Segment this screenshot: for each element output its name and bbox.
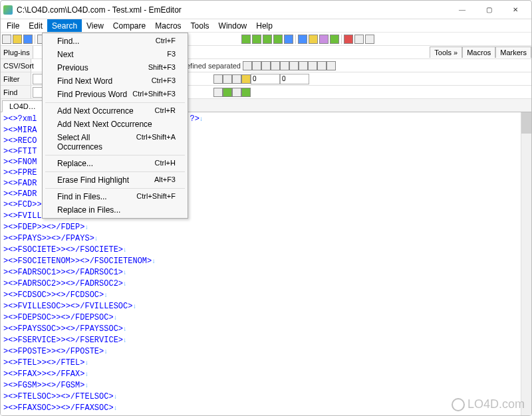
tool-icon[interactable] (354, 35, 364, 44)
tab-macros[interactable]: Macros (462, 47, 495, 58)
menu-search[interactable]: Search (47, 19, 82, 32)
tool-icon[interactable] (241, 35, 251, 44)
tab-markers[interactable]: Markers (495, 47, 531, 58)
menu-item-replace[interactable]: Replace...Ctrl+H (43, 157, 188, 170)
menu-item-label: Previous (57, 63, 88, 72)
tool-icon[interactable] (243, 61, 252, 70)
tool-icon[interactable] (309, 35, 318, 44)
filter-count-2[interactable]: 0 (280, 74, 309, 84)
menu-help[interactable]: Help (251, 19, 277, 32)
menu-compare[interactable]: Compare (108, 19, 150, 32)
window-controls: — ▢ ✕ (449, 2, 529, 18)
right-tabs: Tools » Macros Markers (430, 47, 531, 58)
tool-icon[interactable] (252, 61, 261, 70)
menu-window[interactable]: Window (214, 19, 252, 32)
filter-label: Filter (1, 72, 31, 85)
menu-item-shortcut: Alt+F3 (154, 175, 176, 185)
globe-icon (452, 398, 465, 411)
lock-icon[interactable] (241, 74, 251, 84)
menu-item-find-next-word[interactable]: Find Next WordCtrl+F3 (43, 74, 188, 88)
tool-icon[interactable] (213, 74, 223, 84)
menu-separator (45, 188, 185, 189)
menu-item-replace-in-files[interactable]: Replace in Files... (43, 203, 188, 217)
tool-icon[interactable] (365, 35, 374, 44)
menu-item-find-previous-word[interactable]: Find Previous WordCtrl+Shift+F3 (43, 88, 188, 101)
menu-item-label: Add Next Next Occurrence (57, 120, 152, 129)
app-icon (3, 5, 13, 15)
sort-az-icon[interactable] (261, 61, 271, 70)
tool-icon[interactable] (299, 61, 308, 70)
menu-item-add-next-next-occurrence[interactable]: Add Next Next Occurrence (43, 118, 188, 131)
sort-za-icon[interactable] (271, 61, 280, 70)
window-title: C:\LO4D.com\LO4D.com - Test.xml - EmEdit… (17, 5, 449, 15)
tool-icon[interactable] (317, 61, 327, 70)
menu-separator (45, 155, 185, 156)
filter-count-1[interactable]: 0 (251, 74, 280, 84)
tool-icon[interactable] (330, 35, 339, 44)
menu-item-select-all-occurrences[interactable]: Select All OccurrencesCtrl+Shift+A (43, 131, 188, 154)
minimize-button[interactable]: — (449, 2, 475, 18)
menu-item-erase-find-highlight[interactable]: Erase Find HighlightAlt+F3 (43, 173, 188, 187)
menu-macros[interactable]: Macros (150, 19, 186, 32)
sort-90-icon[interactable] (289, 61, 299, 70)
tool-icon[interactable] (284, 35, 293, 44)
new-file-icon[interactable] (2, 35, 11, 44)
menu-item-label: Find Next Word (57, 76, 112, 86)
tool-icon[interactable] (232, 88, 241, 97)
sort-09-icon[interactable] (280, 61, 289, 70)
menu-bar: File Edit Search View Compare Macros Too… (1, 19, 531, 33)
menu-item-shortcut: Ctrl+F3 (152, 76, 176, 86)
menu-item-shortcut: Ctrl+Shift+F3 (132, 90, 176, 99)
tool-icon[interactable] (308, 61, 317, 70)
menu-view[interactable]: View (82, 19, 108, 32)
save-icon[interactable] (23, 35, 33, 44)
tool-icon[interactable] (319, 35, 329, 44)
menu-item-label: Replace in Files... (57, 205, 120, 215)
tool-icon[interactable] (298, 35, 307, 44)
tool-icon[interactable] (252, 35, 261, 44)
menu-separator (45, 102, 185, 103)
menu-item-label: Find in Files... (57, 192, 107, 201)
tool-icon[interactable] (223, 88, 232, 97)
menu-tools[interactable]: Tools (186, 19, 214, 32)
maximize-button[interactable]: ▢ (475, 2, 502, 18)
menu-edit[interactable]: Edit (24, 19, 47, 32)
open-file-icon[interactable] (13, 35, 22, 44)
menu-item-previous[interactable]: PreviousShift+F3 (43, 61, 188, 74)
separator (341, 35, 342, 44)
tab-tools[interactable]: Tools » (430, 47, 462, 58)
vertical-scrollbar[interactable] (521, 112, 531, 415)
document-tab[interactable]: LO4D… (2, 100, 43, 112)
menu-item-shortcut: Ctrl+Shift+F (136, 192, 176, 201)
search-dropdown-menu: Find...Ctrl+FNextF3PreviousShift+F3Find … (42, 33, 188, 219)
menu-separator (45, 171, 185, 172)
menu-item-find-in-files[interactable]: Find in Files...Ctrl+Shift+F (43, 190, 188, 203)
menu-item-label: Add Next Occurrence (57, 106, 134, 116)
tool-icon[interactable] (232, 74, 241, 84)
tool-icon[interactable] (273, 35, 283, 44)
menu-item-label: Replace... (57, 159, 93, 168)
menu-file[interactable]: File (2, 19, 24, 32)
menu-item-add-next-occurrence[interactable]: Add Next OccurrenceCtrl+R (43, 104, 188, 118)
scrollbar-thumb[interactable] (521, 112, 531, 134)
menu-item-label: Select All Occurrences (57, 133, 136, 152)
tool-icon[interactable] (223, 74, 232, 84)
close-button[interactable]: ✕ (502, 2, 529, 18)
menu-item-find[interactable]: Find...Ctrl+F (43, 35, 188, 48)
menu-item-shortcut: Ctrl+H (155, 159, 176, 168)
menu-item-next[interactable]: NextF3 (43, 48, 188, 61)
menu-item-shortcut: Ctrl+F (156, 37, 176, 46)
menu-item-label: Find Previous Word (57, 90, 127, 99)
menu-item-label: Erase Find Highlight (57, 175, 129, 185)
watermark: LO4D.com (452, 397, 525, 411)
menu-item-label: Next (57, 50, 74, 59)
tool-icon[interactable] (213, 88, 223, 97)
tool-icon[interactable] (327, 61, 336, 70)
record-icon[interactable] (344, 35, 353, 44)
tool-icon[interactable] (263, 35, 272, 44)
arrow-right-icon[interactable] (241, 88, 251, 97)
menu-item-shortcut: Ctrl+R (155, 106, 176, 116)
chevron-right-icon: » (454, 49, 458, 56)
csv-mode-text: efined separated (184, 62, 243, 70)
menu-item-shortcut: Shift+F3 (148, 63, 176, 72)
